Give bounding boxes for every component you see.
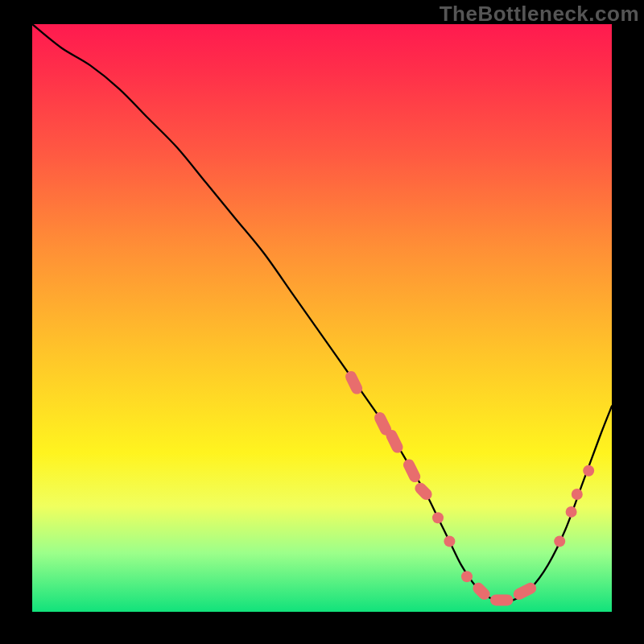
highlight-dot <box>572 489 583 500</box>
highlight-dot <box>461 571 473 582</box>
plot-area <box>32 24 612 612</box>
highlight-markers <box>351 377 594 600</box>
highlight-dash <box>380 418 386 430</box>
highlight-dash <box>409 465 415 477</box>
highlight-dash <box>391 436 397 448</box>
chart-frame: TheBottleneck.com <box>0 0 644 644</box>
highlight-dash <box>420 489 426 494</box>
highlight-dot <box>583 465 594 477</box>
chart-svg <box>32 24 612 612</box>
highlight-dot <box>554 535 565 547</box>
highlight-dot <box>444 535 455 547</box>
bottleneck-curve <box>32 24 612 601</box>
highlight-dot <box>432 512 444 523</box>
highlight-dash <box>478 588 484 594</box>
highlight-dash <box>519 588 530 594</box>
highlight-dash <box>351 377 357 389</box>
highlight-dot <box>566 506 577 518</box>
watermark-text: TheBottleneck.com <box>440 2 639 27</box>
